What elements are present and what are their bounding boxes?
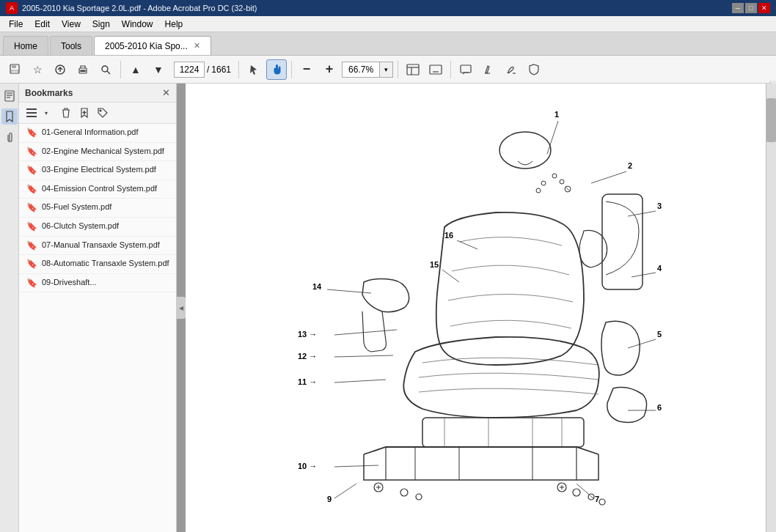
part-label-16: 16 xyxy=(444,231,453,240)
menu-view[interactable]: View xyxy=(56,18,87,31)
svg-point-6 xyxy=(102,66,108,72)
bookmark-label: 09-Driveshaft... xyxy=(42,277,170,287)
tab-close-button[interactable]: ✕ xyxy=(194,41,200,51)
part-label-13: 13 → xyxy=(298,330,317,339)
bookmark-item-8[interactable]: 🔖 08-Automatic Transaxle System.pdf xyxy=(19,255,176,274)
svg-line-40 xyxy=(576,484,593,498)
tab-document-label: 2005-2010 Kia Spo... xyxy=(105,41,188,51)
menu-edit[interactable]: Edit xyxy=(29,18,56,31)
print-button[interactable] xyxy=(73,59,93,80)
svg-line-46 xyxy=(327,289,371,293)
pdf-page: 1 2 3 4 5 6 7 9 xyxy=(186,84,776,532)
bookmarks-tag-button[interactable] xyxy=(95,105,111,121)
svg-rect-1 xyxy=(12,64,16,68)
panel-collapse-handle[interactable]: ◀ xyxy=(177,297,186,319)
tab-home[interactable]: Home xyxy=(3,36,48,55)
bookmarks-options-dropdown[interactable]: ▾ xyxy=(42,105,51,121)
sidebar-page-thumbnails[interactable] xyxy=(1,88,18,104)
svg-line-43 xyxy=(334,380,386,383)
page-next-button[interactable]: ▼ xyxy=(148,59,169,80)
bookmark-icon: 🔖 xyxy=(26,147,37,158)
pdf-scrollbar[interactable] xyxy=(766,84,776,532)
menu-file[interactable]: File xyxy=(3,18,29,31)
bookmark-label: 02-Engine Mechanical System.pdf xyxy=(42,146,170,156)
menu-sign[interactable]: Sign xyxy=(87,18,116,31)
bookmarks-new-button[interactable] xyxy=(76,105,92,121)
close-button[interactable]: ✕ xyxy=(758,3,770,13)
zoom-out-button[interactable]: − xyxy=(296,59,317,80)
bookmark-item-2[interactable]: 🔖 02-Engine Mechanical System.pdf xyxy=(19,143,176,162)
svg-point-75 xyxy=(560,180,564,184)
svg-point-72 xyxy=(588,494,594,500)
zoom-control: ▾ xyxy=(342,62,393,78)
protect-button[interactable] xyxy=(524,59,544,80)
bookmark-item-9[interactable]: 🔖 09-Driveshaft... xyxy=(19,274,176,293)
keyboard-button[interactable] xyxy=(425,59,446,80)
tab-document[interactable]: 2005-2010 Kia Spo... ✕ xyxy=(94,36,211,55)
page-prev-button[interactable]: ▲ xyxy=(125,59,146,80)
svg-line-37 xyxy=(632,273,656,277)
bookmark-item-5[interactable]: 🔖 05-Fuel System.pdf xyxy=(19,199,176,218)
part-label-10: 10 → xyxy=(298,462,317,470)
svg-line-38 xyxy=(628,339,656,348)
bookmarks-title: Bookmarks xyxy=(25,88,162,98)
select-tool-button[interactable] xyxy=(244,59,264,80)
svg-point-73 xyxy=(599,499,605,505)
bookmark-label: 04-Emission Control System.pdf xyxy=(42,183,170,193)
bookmark-item-1[interactable]: 🔖 01-General Information.pdf xyxy=(19,124,176,143)
bookmark-item-3[interactable]: 🔖 03-Engine Electrical System.pdf xyxy=(19,161,176,180)
page-number-input[interactable] xyxy=(174,62,205,78)
minimize-button[interactable]: ─ xyxy=(732,3,744,13)
bookmark-label: 01-General Information.pdf xyxy=(42,127,170,137)
bookmark-icon: 🔖 xyxy=(26,221,37,233)
search-button[interactable] xyxy=(95,59,116,80)
svg-point-74 xyxy=(552,174,557,178)
svg-line-7 xyxy=(107,71,110,74)
bookmark-item-4[interactable]: 🔖 04-Emission Control System.pdf xyxy=(19,180,176,199)
bookmarks-toolbar: ▾ xyxy=(19,103,176,124)
page-separator: / xyxy=(207,64,209,75)
svg-rect-2 xyxy=(11,70,18,73)
bookmark-label: 06-Clutch System.pdf xyxy=(42,221,170,231)
menu-window[interactable]: Window xyxy=(116,18,159,31)
bookmark-icon: 🔖 xyxy=(26,128,37,139)
sidebar-bookmarks[interactable] xyxy=(1,108,18,125)
part-label-3: 3 xyxy=(657,202,662,210)
pdf-area[interactable]: ◀ 1 2 3 4 5 6 xyxy=(177,84,776,532)
sign-button[interactable] xyxy=(501,59,521,80)
bookmark-item-7[interactable]: 🔖 07-Manual Transaxle System.pdf xyxy=(19,237,176,256)
svg-line-44 xyxy=(334,355,393,357)
part-label-5: 5 xyxy=(657,330,662,339)
bookmarks-close-button[interactable]: ✕ xyxy=(162,87,170,98)
fit-page-button[interactable] xyxy=(403,59,423,80)
part-label-12: 12 → xyxy=(298,352,317,361)
save-button[interactable] xyxy=(4,59,25,80)
svg-rect-11 xyxy=(430,65,442,74)
bookmark-item-6[interactable]: 🔖 06-Clutch System.pdf xyxy=(19,218,176,237)
window-title: 2005-2010 Kia Sportage 2.0L.pdf - Adobe … xyxy=(22,4,257,12)
part-label-14: 14 xyxy=(312,282,322,291)
toolbar: ☆ ▲ ▼ / 1661 − + ▾ xyxy=(0,56,776,84)
bookmark-label: 08-Automatic Transaxle System.pdf xyxy=(42,258,170,268)
part-label-1: 1 xyxy=(554,110,559,119)
tab-home-label: Home xyxy=(14,41,37,51)
highlight-button[interactable] xyxy=(478,59,499,80)
comment-button[interactable] xyxy=(455,59,476,80)
hand-tool-button[interactable] xyxy=(266,59,287,80)
upload-button[interactable] xyxy=(50,59,70,80)
menu-help[interactable]: Help xyxy=(159,18,189,31)
zoom-in-button[interactable]: + xyxy=(319,59,340,80)
zoom-dropdown-button[interactable]: ▾ xyxy=(380,62,393,78)
part-label-4: 4 xyxy=(657,264,662,273)
bookmarks-options-button[interactable] xyxy=(23,105,40,121)
zoom-level-input[interactable] xyxy=(342,62,380,78)
bookmarks-delete-button[interactable] xyxy=(58,105,74,121)
scrollbar-thumb[interactable] xyxy=(766,98,776,142)
bookmark-star-button[interactable]: ☆ xyxy=(27,59,48,80)
tab-bar: Home Tools 2005-2010 Kia Spo... ✕ xyxy=(0,32,776,56)
tab-tools[interactable]: Tools xyxy=(50,36,92,55)
maximize-button[interactable]: □ xyxy=(745,3,757,13)
bookmark-icon: 🔖 xyxy=(26,202,37,214)
svg-rect-24 xyxy=(5,91,14,101)
sidebar-attachments[interactable] xyxy=(1,129,18,145)
